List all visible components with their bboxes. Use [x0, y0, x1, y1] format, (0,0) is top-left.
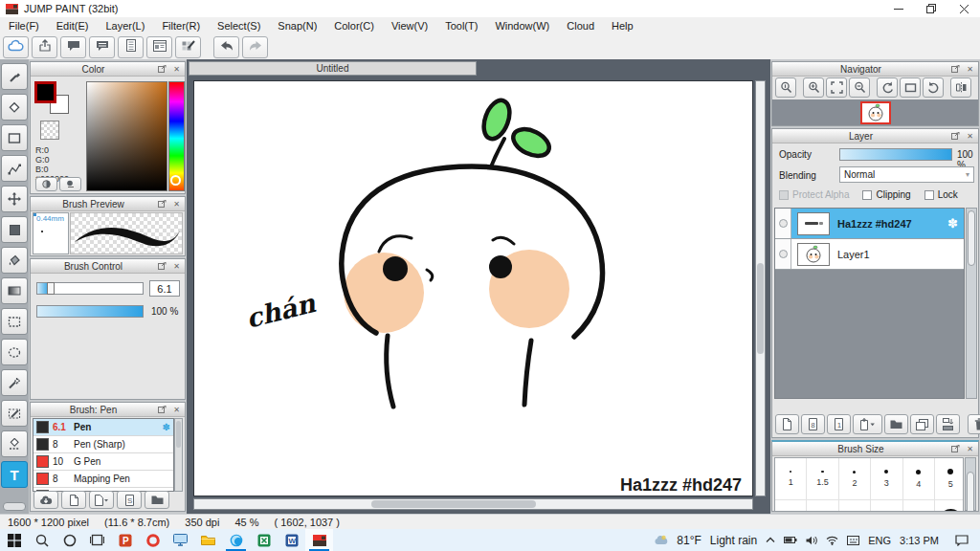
add-layer-menu-button[interactable] — [853, 414, 882, 434]
new-8bit-layer-button[interactable]: 8 — [801, 414, 825, 434]
tool-strip-scrollbar[interactable] — [3, 502, 26, 511]
text-tool[interactable]: T — [1, 461, 28, 488]
close-panel-icon[interactable]: ✕ — [170, 405, 183, 415]
zoom-actual-button[interactable] — [775, 77, 796, 98]
redo-button[interactable] — [242, 36, 268, 58]
rotate-left-button[interactable] — [877, 77, 898, 98]
color-wheel-button[interactable] — [35, 177, 57, 191]
fit-screen-button[interactable] — [826, 77, 847, 98]
new-1bit-layer-button[interactable]: 1 — [827, 414, 851, 434]
powerpoint-icon[interactable]: P — [111, 529, 139, 551]
layer-settings-icon[interactable]: ✽ — [947, 216, 958, 231]
select-pen-tool[interactable] — [1, 400, 28, 427]
delete-layer-button[interactable] — [968, 414, 980, 434]
search-icon[interactable] — [28, 529, 56, 551]
size-option-row2-1[interactable] — [775, 500, 807, 511]
brush-size-scrollbar[interactable] — [965, 457, 976, 511]
size-option-row2-6[interactable] — [935, 500, 964, 511]
layer-item-watermark[interactable]: Ha1zzz #hd247 ✽ — [775, 209, 964, 239]
foreground-color-swatch[interactable] — [34, 81, 56, 103]
magic-wand-tool[interactable] — [1, 369, 28, 396]
merge-layer-button[interactable] — [936, 414, 960, 434]
cloud-button[interactable] — [3, 36, 29, 58]
hue-slider[interactable] — [168, 81, 185, 191]
canvas[interactable]: chán — [193, 80, 753, 496]
menu-layer[interactable]: Layer(L) — [97, 20, 153, 32]
zoom-out-button[interactable] — [849, 77, 870, 98]
file-explorer-icon[interactable] — [194, 529, 222, 551]
size-option-1[interactable]: 1 — [775, 458, 807, 500]
word-icon[interactable]: W — [278, 529, 305, 551]
layer-list-scrollbar[interactable] — [966, 208, 977, 399]
menu-edit[interactable]: Edit(E) — [48, 20, 98, 32]
brush-new-menu-button[interactable] — [89, 491, 114, 509]
start-button[interactable] — [0, 529, 28, 551]
tray-expand-icon[interactable] — [766, 537, 775, 543]
weather-temperature[interactable]: 81°F — [677, 534, 701, 547]
brush-size-slider[interactable] — [36, 282, 144, 295]
menu-help[interactable]: Help — [603, 20, 642, 32]
layer-visibility-toggle[interactable] — [775, 209, 791, 238]
size-option-5[interactable]: 5 — [935, 458, 964, 500]
brush-item-pen-sharp[interactable]: 8 Pen (Sharp) — [33, 436, 173, 453]
select-eraser-tool[interactable] — [1, 430, 28, 457]
flip-button[interactable] — [950, 77, 971, 98]
menu-view[interactable]: View(V) — [383, 20, 436, 32]
close-panel-icon[interactable]: ✕ — [964, 131, 976, 142]
lock-checkbox[interactable]: Lock — [924, 189, 958, 200]
brush-tool[interactable] — [1, 63, 28, 90]
canvas-vertical-scrollbar[interactable] — [755, 80, 766, 496]
weather-description[interactable]: Light rain — [710, 534, 757, 547]
zoom-in-button[interactable] — [803, 77, 824, 98]
pixel-grid-button[interactable] — [175, 36, 201, 58]
color-swap-button[interactable] — [59, 177, 81, 191]
popout-icon[interactable] — [156, 199, 168, 209]
excel-icon[interactable] — [250, 529, 278, 551]
brush-size-value[interactable]: 6.1 — [149, 280, 180, 297]
cortana-icon[interactable] — [56, 529, 83, 551]
move-tool[interactable] — [1, 186, 28, 212]
clipping-checkbox[interactable]: Clipping — [862, 189, 910, 200]
opera-icon[interactable] — [139, 529, 167, 551]
menu-select[interactable]: Select(S) — [209, 20, 269, 32]
blending-select[interactable]: Normal ▾ — [839, 166, 974, 183]
new-folder-button[interactable] — [884, 414, 908, 434]
menu-color[interactable]: Color(C) — [325, 20, 383, 32]
brush-item-pen[interactable]: 6.1 Pen ✽ — [33, 419, 173, 436]
close-panel-icon[interactable]: ✕ — [170, 199, 183, 209]
eraser-tool[interactable] — [1, 94, 28, 121]
layer-opacity-slider[interactable] — [839, 148, 952, 161]
popout-icon[interactable] — [156, 64, 168, 75]
layer-item-layer1[interactable]: Layer1 — [775, 239, 964, 270]
comment-button[interactable] — [60, 36, 86, 58]
notification-icon[interactable] — [955, 535, 969, 546]
document-button[interactable] — [118, 36, 144, 58]
close-panel-icon[interactable]: ✕ — [964, 444, 976, 454]
size-option-3[interactable]: 3 — [871, 458, 902, 500]
brush-script-button[interactable]: S — [117, 491, 142, 509]
language-indicator[interactable]: ENG — [868, 535, 891, 546]
size-option-row2-5[interactable] — [903, 500, 935, 511]
brush-item-mapping-pen[interactable]: 8 Mapping Pen — [33, 471, 173, 488]
minimize-button[interactable] — [882, 0, 915, 17]
brush-cloud-download-button[interactable] — [33, 491, 58, 509]
brush-list-scrollbar[interactable] — [174, 418, 183, 492]
polyline-tool[interactable] — [1, 155, 28, 182]
brush-folder-button[interactable] — [145, 491, 169, 509]
size-option-row2-4[interactable] — [871, 500, 902, 511]
size-option-row2-2[interactable] — [807, 500, 838, 511]
size-option-4[interactable]: 4 — [903, 458, 935, 500]
layer-visibility-toggle[interactable] — [775, 239, 791, 269]
duplicate-layer-button[interactable] — [910, 414, 934, 434]
popout-icon[interactable] — [949, 64, 962, 75]
comment-detail-button[interactable] — [89, 36, 115, 58]
close-panel-icon[interactable]: ✕ — [964, 64, 976, 75]
publish-button[interactable] — [32, 36, 57, 58]
new-layer-button[interactable] — [775, 414, 799, 434]
saturation-value-picker[interactable] — [86, 81, 167, 191]
brush-opacity-slider[interactable] — [36, 305, 144, 318]
wifi-icon[interactable] — [826, 536, 838, 545]
menu-filter[interactable]: Filter(R) — [153, 20, 209, 32]
undo-button[interactable] — [213, 36, 239, 58]
size-option-2[interactable]: 2 — [839, 458, 871, 500]
